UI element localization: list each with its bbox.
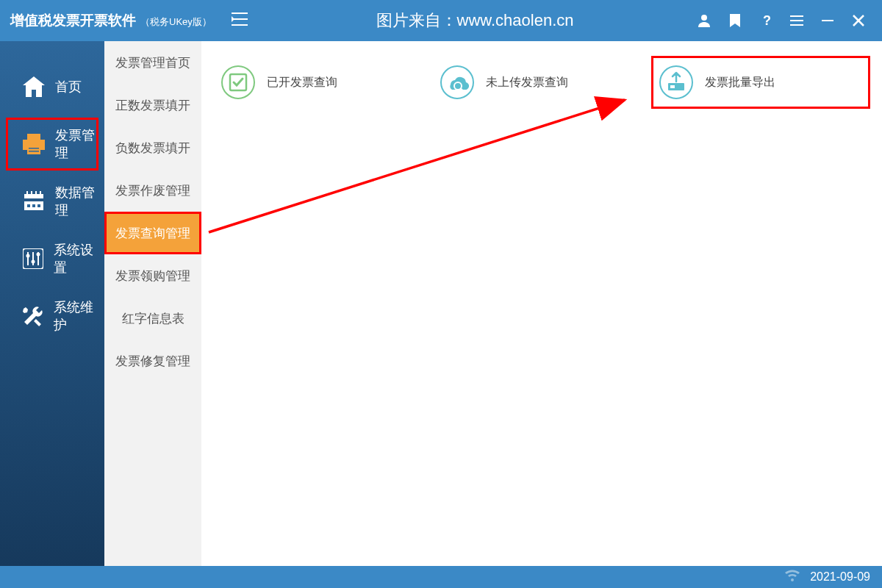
nav-label: 系统设置 bbox=[54, 241, 96, 276]
subnav-label: 发票领购管理 bbox=[115, 268, 190, 284]
action-label: 未上传发票查询 bbox=[486, 75, 568, 90]
close-icon[interactable] bbox=[851, 13, 866, 28]
action-row: 已开发票查询 未上传发票查询 发票批量导出 bbox=[213, 56, 870, 109]
nav-label: 数据管理 bbox=[55, 184, 96, 219]
svg-point-14 bbox=[26, 254, 30, 258]
sidebar-primary: 首页 发票管理 数据管理 系统设置 系统维护 bbox=[0, 41, 104, 566]
menu-toggle-button[interactable] bbox=[226, 12, 253, 29]
action-label: 已开发票查询 bbox=[267, 75, 337, 90]
subnav-label: 发票查询管理 bbox=[115, 225, 190, 242]
bookmark-icon[interactable] bbox=[728, 13, 742, 28]
svg-point-16 bbox=[37, 253, 40, 257]
nav-invoice-mgmt[interactable]: 发票管理 bbox=[6, 118, 98, 171]
annotation-arrow bbox=[201, 41, 857, 566]
svg-rect-12 bbox=[37, 204, 40, 207]
nav-label: 发票管理 bbox=[55, 126, 96, 162]
body: 首页 发票管理 数据管理 系统设置 系统维护 发票 bbox=[0, 41, 882, 566]
home-icon bbox=[23, 76, 45, 98]
subnav-repair[interactable]: 发票修复管理 bbox=[104, 340, 201, 382]
svg-rect-8 bbox=[24, 194, 43, 198]
subnav-negative[interactable]: 负数发票填开 bbox=[104, 126, 201, 169]
subnav-label: 发票修复管理 bbox=[115, 353, 190, 370]
data-icon bbox=[23, 190, 45, 212]
svg-point-15 bbox=[32, 260, 35, 264]
subnav-void[interactable]: 发票作废管理 bbox=[104, 169, 201, 212]
sidebar-secondary: 发票管理首页 正数发票填开 负数发票填开 发票作废管理 发票查询管理 发票领购管… bbox=[104, 41, 201, 566]
svg-rect-11 bbox=[32, 204, 35, 207]
tools-icon bbox=[23, 305, 43, 327]
cloud-search-icon bbox=[440, 65, 474, 99]
svg-rect-6 bbox=[29, 148, 39, 149]
titlebar: 增值税发票开票软件 （税务UKey版） 图片来自：www.chaolen.cn … bbox=[0, 0, 882, 41]
svg-line-25 bbox=[209, 100, 625, 232]
titlebar-brand: 增值税发票开票软件 （税务UKey版） bbox=[0, 11, 226, 30]
subnav-invoice-home[interactable]: 发票管理首页 bbox=[104, 41, 201, 84]
wifi-icon bbox=[785, 570, 800, 584]
nav-label: 系统维护 bbox=[54, 298, 96, 334]
action-unuploaded-query[interactable]: 未上传发票查询 bbox=[432, 56, 651, 109]
svg-rect-5 bbox=[27, 146, 40, 154]
main-content: 已开发票查询 未上传发票查询 发票批量导出 bbox=[201, 41, 882, 566]
svg-rect-3 bbox=[27, 134, 40, 140]
help-icon[interactable]: ? bbox=[759, 13, 773, 28]
more-icon[interactable] bbox=[789, 13, 804, 28]
printer-icon bbox=[23, 133, 45, 155]
svg-text:?: ? bbox=[763, 13, 771, 28]
subnav-query[interactable]: 发票查询管理 bbox=[104, 212, 201, 254]
status-date: 2021-09-09 bbox=[810, 570, 870, 584]
app-title: 增值税发票开票软件 bbox=[10, 11, 136, 30]
nav-system-maint[interactable]: 系统维护 bbox=[6, 290, 98, 343]
subnav-label: 发票作废管理 bbox=[115, 182, 190, 199]
subnav-label: 发票管理首页 bbox=[115, 54, 190, 71]
nav-home[interactable]: 首页 bbox=[6, 60, 98, 113]
sliders-icon bbox=[23, 248, 43, 270]
nav-system-settings[interactable]: 系统设置 bbox=[6, 232, 98, 285]
subnav-positive[interactable]: 正数发票填开 bbox=[104, 84, 201, 126]
user-icon[interactable] bbox=[697, 13, 711, 28]
svg-point-0 bbox=[701, 15, 707, 21]
nav-label: 首页 bbox=[55, 78, 82, 96]
svg-rect-24 bbox=[670, 85, 675, 88]
minimize-icon[interactable] bbox=[820, 13, 835, 28]
titlebar-source-text: 图片来自：www.chaolen.cn bbox=[253, 10, 697, 32]
subnav-purchase[interactable]: 发票领购管理 bbox=[104, 254, 201, 297]
action-issued-query[interactable]: 已开发票查询 bbox=[213, 56, 432, 109]
action-batch-export[interactable]: 发票批量导出 bbox=[651, 56, 870, 109]
export-disk-icon bbox=[659, 65, 693, 99]
subnav-label: 正数发票填开 bbox=[115, 97, 190, 114]
subnav-red[interactable]: 红字信息表 bbox=[104, 297, 201, 340]
subnav-label: 红字信息表 bbox=[122, 310, 184, 327]
app-subtitle: （税务UKey版） bbox=[140, 15, 212, 29]
statusbar: 2021-09-09 bbox=[0, 566, 882, 588]
action-label: 发票批量导出 bbox=[705, 75, 775, 90]
svg-rect-17 bbox=[34, 319, 41, 326]
subnav-label: 负数发票填开 bbox=[115, 140, 190, 157]
svg-rect-10 bbox=[27, 204, 30, 207]
svg-rect-2 bbox=[822, 20, 833, 21]
svg-rect-7 bbox=[29, 151, 39, 152]
check-document-icon bbox=[221, 65, 255, 99]
nav-data-mgmt[interactable]: 数据管理 bbox=[6, 175, 98, 228]
titlebar-controls: ? bbox=[697, 13, 882, 28]
